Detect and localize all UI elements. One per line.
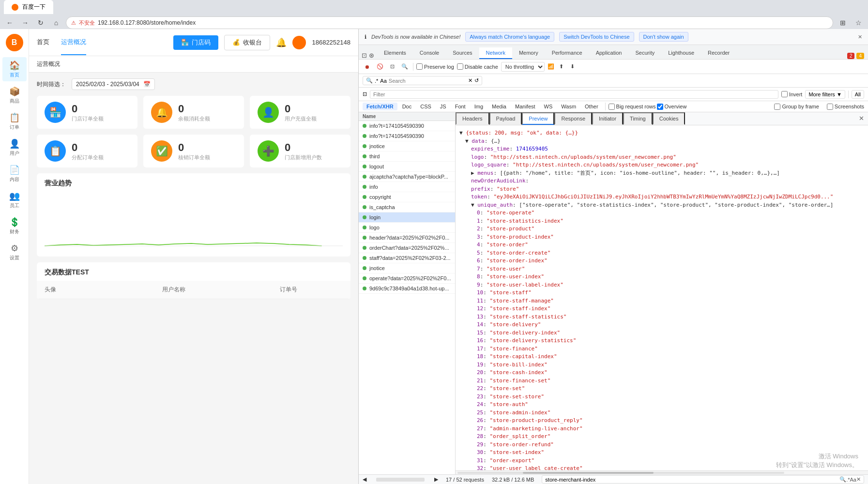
date-range-input[interactable]: 2025/02/03 - 2025/03/04 📅 <box>72 78 155 90</box>
filter-input[interactable] <box>370 90 778 99</box>
request-item[interactable]: info?t=1741054590390 <box>359 131 455 141</box>
resp-tab-response[interactable]: Response <box>554 112 592 125</box>
preserve-log-label[interactable]: Preserve log <box>416 63 454 70</box>
request-item[interactable]: info?t=1741054590390 <box>359 121 455 131</box>
invert-label[interactable]: Invert <box>781 91 803 97</box>
address-bar[interactable]: ⚠ 不安全 192.168.0.127:8080/store/home/inde… <box>66 16 833 29</box>
notification-bell[interactable]: 🔔 <box>276 37 287 48</box>
search-field[interactable]: 🔍 .* Aa ✕ ↺ <box>363 76 482 85</box>
invert-checkbox[interactable] <box>781 91 788 97</box>
request-item[interactable]: 9d69c9c73849a04a1d38.hot-up... <box>359 284 455 294</box>
clear-button[interactable]: 🚫 <box>375 62 385 71</box>
request-item[interactable]: header?data=2025%2F02%2F0... <box>359 233 455 243</box>
match-language-button[interactable]: Always match Chrome's language <box>465 32 554 42</box>
home-button[interactable]: ⌂ <box>50 17 62 29</box>
type-media[interactable]: Media <box>488 103 510 110</box>
group-by-frame-checkbox[interactable] <box>774 104 780 110</box>
screenshots-label[interactable]: Screenshots <box>827 104 864 110</box>
type-img[interactable]: Img <box>471 103 487 110</box>
search-close-icon[interactable]: ✕ <box>468 77 472 84</box>
statusbar-search-input[interactable] <box>545 477 839 483</box>
overview-checkbox[interactable] <box>657 104 663 110</box>
prev-page-icon[interactable]: ◀ <box>363 476 366 483</box>
sidebar-item-users[interactable]: 👤 用户 <box>2 136 27 160</box>
refresh-button[interactable]: ↻ <box>35 17 46 29</box>
type-wasm[interactable]: Wasm <box>557 103 580 110</box>
tab-sources[interactable]: Sources <box>446 47 479 59</box>
big-rows-label[interactable]: Big request rows <box>609 104 656 110</box>
tab-security[interactable]: Security <box>628 47 661 59</box>
disable-cache-checkbox[interactable] <box>457 63 463 70</box>
throttle-expand-icon[interactable]: 📶 <box>548 63 554 70</box>
resp-tab-headers[interactable]: Headers <box>456 112 489 125</box>
request-item[interactable]: logout <box>359 162 455 172</box>
tab-elements[interactable]: Elements <box>377 47 413 59</box>
type-ws[interactable]: WS <box>540 103 557 110</box>
tab-application[interactable]: Application <box>589 47 629 59</box>
resp-tab-cookies[interactable]: Cookies <box>653 112 685 125</box>
all-filter-button[interactable]: All <box>852 90 864 99</box>
type-css[interactable]: CSS <box>416 103 435 110</box>
request-item[interactable]: copyright <box>359 192 455 202</box>
export-button[interactable]: ⬆ <box>557 62 565 71</box>
info-bar-close[interactable]: ✕ <box>858 34 862 40</box>
type-other[interactable]: Other <box>581 103 602 110</box>
cashier-button[interactable]: 💰 收银台 <box>224 35 270 50</box>
overview-label[interactable]: Overview <box>657 104 687 110</box>
resp-tab-timing[interactable]: Timing <box>623 112 653 125</box>
devtools-icon-elements[interactable]: ⊡ <box>362 52 367 59</box>
forward-button[interactable]: → <box>19 17 31 29</box>
horizontal-scrollbar[interactable] <box>456 470 868 474</box>
tab-performance[interactable]: Performance <box>545 47 589 59</box>
refresh-icon[interactable]: ↺ <box>474 77 479 84</box>
request-item-login[interactable]: login <box>359 212 455 223</box>
next-page-icon[interactable]: ▶ <box>434 476 438 483</box>
big-rows-checkbox[interactable] <box>609 104 615 110</box>
request-item[interactable]: orderChart?data=2025%2F02%... <box>359 243 455 253</box>
sidebar-item-staff[interactable]: 👥 员工 <box>2 188 27 212</box>
type-fetch-xhr[interactable]: Fetch/XHR <box>363 103 397 110</box>
dont-show-again-button[interactable]: Don't show again <box>639 32 688 42</box>
filter-toggle[interactable]: ⊡ <box>388 62 396 71</box>
timeline-scrubber[interactable] <box>376 478 425 482</box>
clear-search-icon[interactable]: ✕ <box>856 476 861 483</box>
tab-console[interactable]: Console <box>413 47 446 59</box>
group-by-frame-label[interactable]: Group by frame <box>774 104 819 110</box>
nav-home[interactable]: 首页 <box>37 30 49 55</box>
request-item[interactable]: third <box>359 151 455 162</box>
sidebar-item-settings[interactable]: ⚙ 设置 <box>2 240 27 264</box>
switch-chinese-button[interactable]: Switch DevTools to Chinese <box>559 32 634 42</box>
sidebar-item-finance[interactable]: 💲 财务 <box>2 214 27 238</box>
tab-network[interactable]: Network <box>479 47 512 59</box>
type-doc[interactable]: Doc <box>398 103 416 110</box>
browser-tab[interactable]: 百度一下 <box>4 0 53 14</box>
request-item[interactable]: info <box>359 182 455 192</box>
request-item[interactable]: ajcaptcha?captchaType=blockP... <box>359 172 455 182</box>
tab-lighthouse[interactable]: Lighthouse <box>661 47 701 59</box>
resp-tab-initiator[interactable]: Initiator <box>592 112 623 125</box>
type-js[interactable]: JS <box>436 103 450 110</box>
type-manifest[interactable]: Manifest <box>511 103 539 110</box>
request-item[interactable]: jnotice <box>359 263 455 273</box>
preserve-log-checkbox[interactable] <box>416 63 423 70</box>
nav-operations[interactable]: 运营概况 <box>61 30 86 55</box>
request-item[interactable]: jnotice <box>359 141 455 151</box>
record-button[interactable]: ⏺ <box>363 63 372 71</box>
throttle-select[interactable]: No throttling <box>501 62 545 72</box>
tab-memory[interactable]: Memory <box>512 47 545 59</box>
statusbar-search[interactable]: 🔍 .* Aa ✕ <box>542 475 864 484</box>
request-item[interactable]: logo <box>359 223 455 233</box>
resp-tab-payload[interactable]: Payload <box>489 112 522 125</box>
extensions-button[interactable]: ⊞ <box>837 17 849 29</box>
sidebar-item-content[interactable]: 📄 内容 <box>2 162 27 186</box>
import-button[interactable]: ⬇ <box>568 62 577 71</box>
tree-toggle[interactable]: ▼ <box>459 130 463 136</box>
disable-cache-label[interactable]: Disable cache <box>457 63 498 70</box>
regex-toggle[interactable]: .* <box>846 477 850 483</box>
request-item[interactable]: is_captcha <box>359 202 455 212</box>
sidebar-item-products[interactable]: 📦 商品 <box>2 83 27 107</box>
bookmark-button[interactable]: ☆ <box>853 17 864 29</box>
scrollbar-thumb[interactable] <box>523 472 654 474</box>
response-close-button[interactable]: ✕ <box>855 112 868 125</box>
back-button[interactable]: ← <box>4 17 15 29</box>
